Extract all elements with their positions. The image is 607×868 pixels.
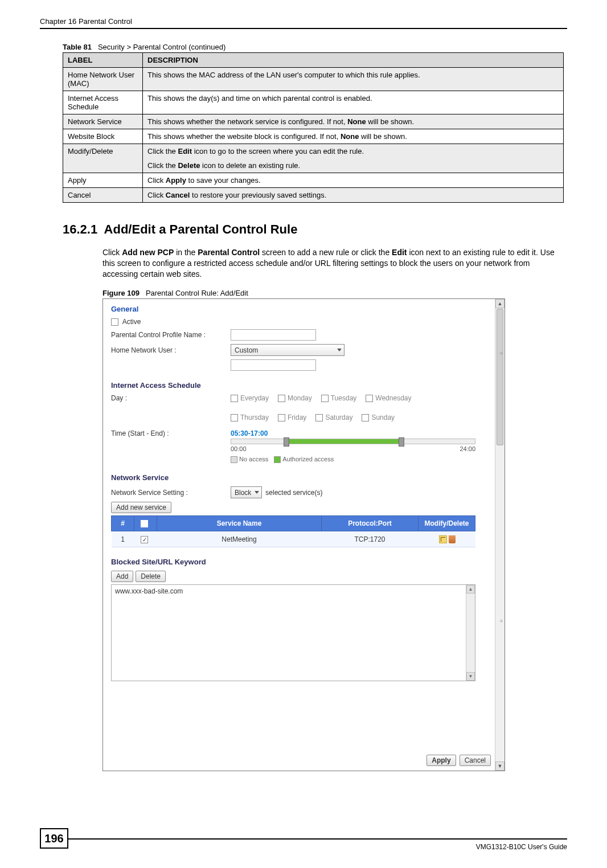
scale-start: 00:00 (231, 445, 247, 452)
day-everyday-label: Everyday (240, 394, 269, 402)
cell-service-name: NetMeeting (157, 531, 322, 547)
section-netservice-heading: Network Service (111, 473, 491, 482)
apply-button[interactable]: Apply (426, 755, 456, 766)
add-new-service-button[interactable]: Add new service (111, 502, 171, 513)
table-caption-text: Security > Parental Control (continued) (98, 43, 225, 51)
day-saturday-label: Saturday (325, 413, 352, 421)
figure-screenshot: ▲ ▼ ≡ ≡ General Active Parental Control … (102, 298, 505, 771)
para-bold: Add new PCP (122, 248, 174, 257)
row-desc: This shows whether the network service i… (143, 114, 564, 129)
row-desc-bold: Delete (178, 161, 200, 170)
section-blocked-heading: Blocked Site/URL Keyword (111, 558, 491, 566)
day-friday-label: Friday (288, 413, 306, 421)
scroll-up-arrow-icon[interactable]: ▲ (466, 585, 475, 593)
slider-handle-start[interactable] (284, 437, 289, 447)
row-desc-post: icon to go to the screen where you can e… (192, 147, 364, 155)
para-text: Click (102, 248, 122, 257)
row-label: Network Service (63, 114, 143, 129)
edit-icon[interactable] (439, 535, 447, 543)
day-wednesday-label: Wednesday (375, 394, 411, 402)
row-desc-pre: This shows whether the network service i… (147, 117, 347, 126)
scroll-thumb[interactable] (497, 309, 503, 445)
day-wednesday-checkbox[interactable] (366, 395, 373, 402)
cell-num: 1 (112, 531, 134, 547)
table-row: 1 NetMeeting TCP:1720 (112, 531, 475, 547)
day-tuesday-label: Tuesday (331, 394, 357, 402)
delete-icon[interactable] (449, 535, 456, 543)
row-desc-pre: Click the (147, 147, 178, 155)
scroll-tick-icon: ≡ (500, 350, 503, 356)
section-general-heading: General (111, 305, 491, 313)
add-button[interactable]: Add (111, 571, 133, 582)
row-label: Home Network User (MAC) (63, 68, 143, 91)
scroll-down-arrow-icon[interactable]: ▼ (466, 672, 475, 681)
para-bold: Parental Control (198, 248, 260, 257)
service-table: # Service Name Protocol:Port Modify/Dele… (111, 515, 475, 547)
day-sunday-checkbox[interactable] (362, 414, 369, 421)
subsection-title: Add/Edit a Parental Control Rule (104, 222, 298, 236)
day-thursday-checkbox[interactable] (231, 414, 238, 421)
row-desc: Click Apply to save your changes. (143, 173, 564, 188)
day-thursday-label: Thursday (240, 413, 269, 421)
guide-name: VMG1312-B10C User's Guide (476, 843, 567, 851)
blocked-site-entry[interactable]: www.xxx-bad-site.com (115, 587, 183, 595)
row-desc: Click Cancel to restore your previously … (143, 188, 564, 203)
th-label: LABEL (63, 53, 143, 68)
day-tuesday-checkbox[interactable] (321, 395, 329, 402)
home-user-input[interactable] (231, 359, 316, 371)
vertical-scrollbar[interactable]: ▲ ▼ (495, 299, 505, 771)
row-desc-bold: Edit (178, 147, 192, 155)
row-desc-pre: Click the (147, 161, 178, 170)
day-saturday-checkbox[interactable] (315, 414, 323, 421)
scroll-down-arrow-icon[interactable]: ▼ (495, 761, 505, 771)
scroll-up-arrow-icon[interactable]: ▲ (495, 299, 505, 308)
home-user-dropdown[interactable]: Custom (231, 344, 344, 356)
active-checkbox[interactable] (111, 318, 118, 326)
home-user-value: Custom (235, 346, 258, 354)
active-label: Active (122, 318, 141, 326)
netservice-setting-suffix: selected service(s) (265, 489, 322, 497)
row-desc: Click the Edit icon to go to the screen … (143, 144, 564, 173)
home-user-label: Home Network User : (111, 346, 231, 354)
th-num: # (112, 516, 134, 531)
table-caption-prefix: Table 81 (63, 43, 92, 51)
row-desc-post: icon to delete an existing rule. (200, 161, 301, 170)
page-number: 196 (40, 828, 68, 849)
cancel-button[interactable]: Cancel (460, 755, 491, 766)
cell-protocol-port: TCP:1720 (322, 531, 419, 547)
blocked-site-listbox[interactable]: www.xxx-bad-site.com ▲ ▼ (111, 584, 475, 681)
scroll-track[interactable] (495, 309, 505, 761)
row-desc-bold: None (341, 132, 359, 141)
row-desc-pre: This shows whether the website block is … (147, 132, 341, 141)
delete-button[interactable]: Delete (136, 571, 166, 582)
select-all-checkbox[interactable] (141, 520, 148, 527)
day-sunday-label: Sunday (371, 413, 395, 421)
slider-handle-end[interactable] (399, 437, 404, 447)
netservice-setting-dropdown[interactable]: Block (231, 486, 262, 498)
day-friday-checkbox[interactable] (278, 414, 285, 421)
row-label: Internet Access Schedule (63, 91, 143, 114)
row-desc-pre: Click (147, 191, 166, 199)
th-checkbox (134, 516, 157, 531)
row-label: Website Block (63, 129, 143, 144)
time-label: Time (Start - End) : (111, 429, 231, 437)
profile-name-input[interactable] (231, 329, 316, 341)
netservice-setting-label: Network Service Setting : (111, 489, 231, 497)
day-monday-checkbox[interactable] (278, 395, 285, 402)
legend-noaccess: No access (239, 456, 268, 462)
section-schedule-heading: Internet Access Schedule (111, 381, 491, 390)
row-label: Apply (63, 173, 143, 188)
row-label: Modify/Delete (63, 144, 143, 173)
th-protocol-port: Protocol:Port (322, 516, 419, 531)
row-desc-post: will be shown. (366, 117, 415, 126)
row-desc-pre: Click (147, 176, 166, 185)
th-service-name: Service Name (157, 516, 322, 531)
time-slider[interactable] (231, 439, 475, 444)
slider-fill (287, 439, 401, 444)
day-label: Day : (111, 394, 231, 402)
time-value: 05:30-17:00 (231, 429, 491, 437)
listbox-scrollbar[interactable]: ▲ ▼ (466, 585, 475, 681)
row-checkbox[interactable] (141, 536, 148, 543)
scale-end: 24:00 (460, 445, 475, 452)
day-everyday-checkbox[interactable] (231, 395, 238, 402)
